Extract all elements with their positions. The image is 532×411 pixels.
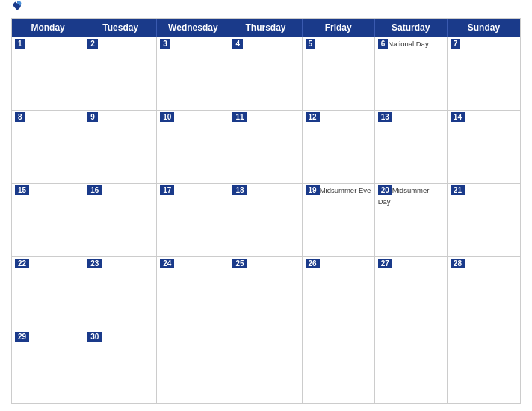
weekday-header-thursday: Thursday — [229, 19, 302, 37]
weekday-header-monday: Monday — [12, 19, 84, 37]
week-row-1: 123456National Day7 — [12, 37, 520, 110]
cal-cell-16: 16 — [84, 184, 157, 256]
cal-cell-9: 9 — [84, 111, 157, 183]
day-number: 15 — [15, 185, 29, 195]
cal-cell-14: 14 — [448, 111, 520, 183]
weekday-header-sunday: Sunday — [448, 19, 520, 37]
holiday-name: National Day — [388, 40, 428, 48]
week-row-2: 891011121314 — [12, 110, 520, 183]
cal-cell-empty-6 — [448, 330, 520, 403]
cal-cell-19: 19Midsummer Eve — [303, 184, 375, 256]
day-number: 1 — [15, 39, 25, 49]
day-number: 8 — [15, 112, 25, 122]
day-number: 9 — [87, 112, 98, 122]
day-number: 25 — [232, 259, 247, 268]
cal-cell-22: 22 — [12, 257, 84, 330]
day-number: 3 — [160, 39, 170, 49]
weekday-header-friday: Friday — [303, 19, 375, 37]
day-number: 28 — [451, 259, 465, 268]
calendar-grid: MondayTuesdayWednesdayThursdayFridaySatu… — [11, 18, 521, 404]
logo-bird-icon — [12, 1, 22, 13]
day-number: 24 — [160, 259, 174, 268]
week-row-5: 2930 — [12, 330, 520, 403]
weekday-header-tuesday: Tuesday — [84, 19, 157, 37]
cal-cell-23: 23 — [84, 257, 157, 330]
day-number: 10 — [160, 112, 174, 122]
day-number: 30 — [87, 332, 102, 342]
day-number: 11 — [232, 112, 247, 122]
cal-cell-29: 29 — [12, 330, 84, 403]
day-number: 4 — [232, 39, 243, 49]
cal-cell-1: 1 — [12, 37, 84, 110]
weekday-header-wednesday: Wednesday — [157, 19, 229, 37]
cal-cell-4: 4 — [229, 37, 302, 110]
cal-cell-8: 8 — [12, 111, 84, 183]
cal-cell-6: 6National Day — [375, 37, 448, 110]
day-number: 16 — [87, 185, 102, 195]
weekday-header-saturday: Saturday — [375, 19, 448, 37]
logo — [11, 8, 22, 13]
day-number: 20 — [378, 185, 392, 195]
day-number: 14 — [451, 112, 465, 122]
day-number: 13 — [378, 112, 392, 122]
day-number: 12 — [306, 112, 320, 122]
cal-cell-17: 17 — [157, 184, 229, 256]
weekday-header-row: MondayTuesdayWednesdayThursdayFridaySatu… — [12, 19, 520, 37]
cal-cell-20: 20Midsummer Day — [375, 184, 448, 256]
cal-cell-empty-4 — [303, 330, 375, 403]
cal-cell-5: 5 — [303, 37, 375, 110]
cal-cell-7: 7 — [448, 37, 520, 110]
cal-cell-24: 24 — [157, 257, 229, 330]
cal-cell-2: 2 — [84, 37, 157, 110]
cal-cell-3: 3 — [157, 37, 229, 110]
week-row-3: 1516171819Midsummer Eve20Midsummer Day21 — [12, 183, 520, 256]
cal-cell-27: 27 — [375, 257, 448, 330]
cal-cell-30: 30 — [84, 330, 157, 403]
day-number: 2 — [87, 39, 98, 49]
cal-cell-empty-5 — [375, 330, 448, 403]
day-number: 21 — [451, 185, 465, 195]
day-number: 5 — [306, 39, 316, 49]
cal-cell-21: 21 — [448, 184, 520, 256]
cal-cell-15: 15 — [12, 184, 84, 256]
cal-cell-10: 10 — [157, 111, 229, 183]
day-number: 29 — [15, 332, 29, 342]
cal-cell-empty-3 — [229, 330, 302, 403]
cal-cell-12: 12 — [303, 111, 375, 183]
calendar-page: MondayTuesdayWednesdayThursdayFridaySatu… — [0, 0, 532, 411]
cal-cell-11: 11 — [229, 111, 302, 183]
cal-cell-13: 13 — [375, 111, 448, 183]
cal-cell-25: 25 — [229, 257, 302, 330]
day-number: 7 — [451, 39, 461, 49]
day-number: 17 — [160, 185, 174, 195]
day-number: 23 — [87, 259, 102, 268]
day-number: 19 — [306, 185, 320, 195]
holiday-name: Midsummer Eve — [320, 186, 371, 194]
calendar-header — [11, 7, 521, 13]
day-number: 27 — [378, 259, 392, 268]
cal-cell-28: 28 — [448, 257, 520, 330]
day-number: 18 — [232, 185, 247, 195]
week-row-4: 22232425262728 — [12, 256, 520, 330]
calendar-body: 123456National Day7891011121314151617181… — [12, 37, 520, 403]
cal-cell-18: 18 — [229, 184, 302, 256]
cal-cell-26: 26 — [303, 257, 375, 330]
day-number: 22 — [15, 259, 29, 268]
day-number: 6 — [378, 39, 389, 49]
cal-cell-empty-2 — [157, 330, 229, 403]
day-number: 26 — [306, 259, 320, 268]
